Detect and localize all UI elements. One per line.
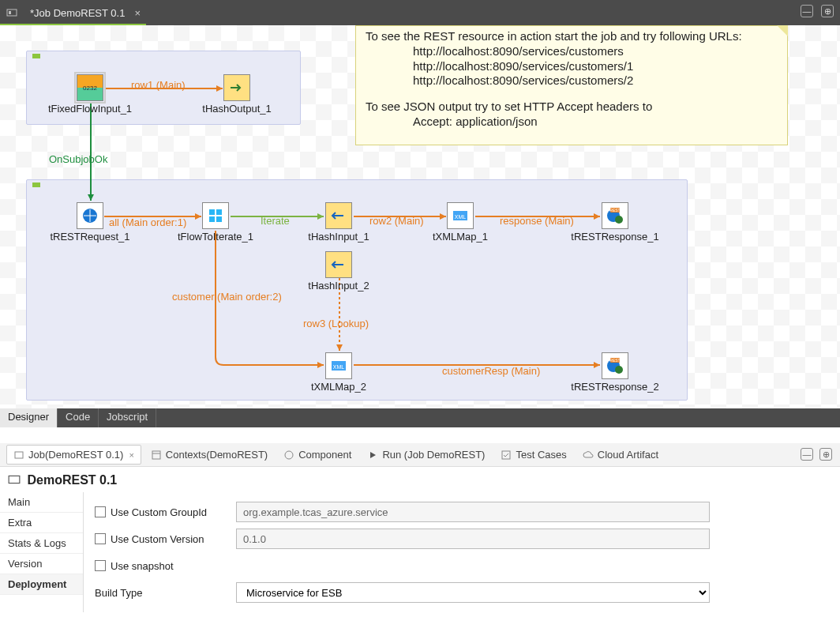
view-label: Cloud Artifact	[598, 449, 658, 461]
tab-designer[interactable]: Designer	[0, 408, 58, 427]
svg-rect-0	[7, 9, 17, 16]
svg-rect-42	[9, 476, 20, 483]
subjob-collapse-icon[interactable]	[32, 182, 40, 187]
use-snapshot-checkbox[interactable]: Use snapshot	[95, 560, 225, 572]
side-tab-main[interactable]: Main	[0, 492, 83, 513]
view-label: Contexts(DemoREST)	[166, 449, 268, 461]
component-tRESTResponse[interactable]: REST tRESTResponse_2	[602, 352, 628, 379]
component-tHashInput[interactable]: tHashInput_2	[325, 251, 352, 278]
svg-text:XML: XML	[333, 364, 345, 370]
minimize-button[interactable]: —	[801, 5, 813, 17]
note-line: To see JSON output try to set HTTP Accep…	[366, 100, 778, 115]
svg-marker-40	[370, 452, 376, 458]
edge-label-response: response (Main)	[500, 215, 574, 227]
edge-label-row1: row1 (Main)	[131, 79, 186, 91]
component-tHashInput[interactable]: tHashInput_1	[325, 202, 352, 229]
run-icon	[367, 450, 378, 461]
view-contexts[interactable]: Contexts(DemoREST)	[144, 446, 274, 464]
view-component[interactable]: Component	[277, 446, 358, 464]
svg-rect-23	[216, 216, 222, 222]
svg-rect-36	[15, 452, 23, 458]
component-icon	[283, 450, 294, 461]
note-line: http://localhost:8090/services/customers…	[366, 73, 778, 88]
svg-text:REST: REST	[609, 358, 620, 363]
cloud-icon	[583, 450, 594, 461]
component-label: tHashInput_2	[308, 280, 369, 292]
note-line: http://localhost:8090/services/customers	[366, 44, 778, 59]
editor-tab-title[interactable]: *Job DemoREST 0.1	[22, 4, 133, 22]
checkbox-icon	[95, 560, 106, 571]
maximize-button[interactable]: ⊕	[821, 5, 834, 17]
checkbox-icon	[95, 533, 106, 544]
checkbox-label: Use snapshot	[111, 560, 174, 572]
version-field[interactable]	[236, 529, 710, 549]
side-tab-extra[interactable]: Extra	[0, 513, 83, 533]
view-label: Component	[298, 449, 351, 461]
property-sheet-title: DemoREST 0.1	[0, 467, 840, 492]
edge-label-onsubjobok: OnSubjobOk	[49, 153, 107, 165]
job-title-icon	[8, 473, 21, 486]
note-line: http://localhost:8090/services/customers…	[366, 59, 778, 74]
svg-rect-22	[209, 216, 215, 222]
side-tab-deployment[interactable]: Deployment	[0, 574, 83, 595]
checkbox-label: Use Custom Version	[111, 533, 204, 545]
view-testcases[interactable]: Test Cases	[494, 446, 572, 464]
note-fold-icon	[777, 25, 788, 36]
component-tFlowToIterate[interactable]: tFlowToIterate_1	[202, 202, 229, 229]
svg-point-27	[615, 216, 623, 224]
bottom-views-bar: Job(DemoREST 0.1) × Contexts(DemoREST) C…	[0, 443, 840, 467]
side-tab-version[interactable]: Version	[0, 554, 83, 574]
contexts-icon	[151, 450, 162, 461]
view-job[interactable]: Job(DemoREST 0.1) ×	[6, 445, 141, 465]
view-minimize-button[interactable]: —	[801, 448, 813, 461]
svg-rect-21	[216, 209, 222, 215]
edge-label-all: all (Main order:1)	[109, 216, 186, 228]
deployment-form: Use Custom GroupId Use Custom Version Us…	[84, 492, 840, 612]
edge-label-customer: customer (Main order:2)	[172, 291, 282, 303]
component-tXMLMap[interactable]: XML tXMLMap_1	[447, 202, 474, 229]
groupid-field[interactable]	[236, 502, 710, 522]
editor-tab-close-icon[interactable]: ×	[134, 7, 141, 19]
edge-label-customerResp: customerResp (Main)	[442, 365, 540, 377]
component-label: tRESTResponse_2	[571, 381, 658, 393]
view-run[interactable]: Run (Job DemoREST)	[361, 446, 491, 464]
component-tXMLMap[interactable]: XML tXMLMap_2	[325, 352, 352, 379]
component-tRESTResponse[interactable]: REST tRESTResponse_1	[602, 202, 628, 229]
svg-rect-37	[152, 451, 160, 459]
view-close-icon[interactable]: ×	[129, 450, 133, 460]
editor-mode-tabs: Designer Code Jobscript	[0, 408, 840, 427]
component-tHashOutput[interactable]: tHashOutput_1	[223, 74, 250, 101]
property-side-tabs: Main Extra Stats & Logs Version Deployme…	[0, 492, 84, 612]
svg-rect-20	[209, 209, 215, 215]
svg-rect-1	[9, 11, 11, 14]
component-label: tRESTResponse_1	[571, 231, 658, 243]
use-custom-version-checkbox[interactable]: Use Custom Version	[95, 533, 225, 545]
tab-jobscript[interactable]: Jobscript	[99, 408, 156, 427]
sticky-note[interactable]: To see the REST resource in action start…	[355, 25, 788, 145]
edge-label-row3: row3 (Lookup)	[303, 318, 369, 329]
view-label: Test Cases	[516, 449, 566, 461]
component-label: tXMLMap_1	[433, 231, 488, 243]
view-maximize-button[interactable]: ⊕	[819, 448, 832, 461]
component-label: tHashOutput_1	[202, 103, 271, 115]
edge-label-row2: row2 (Main)	[369, 215, 424, 227]
svg-text:REST: REST	[609, 208, 620, 213]
svg-point-33	[615, 366, 623, 374]
view-label: Job(DemoREST 0.1)	[28, 449, 123, 461]
component-tFixedFlowInput[interactable]: 0232 tFixedFlowInput_1	[77, 74, 103, 101]
edge-label-iterate: Iterate	[261, 215, 290, 227]
use-custom-groupid-checkbox[interactable]: Use Custom GroupId	[95, 506, 225, 518]
subjob-collapse-icon[interactable]	[32, 54, 40, 58]
view-label: Run (Job DemoREST)	[382, 449, 485, 461]
testcases-icon	[501, 450, 512, 461]
view-cloud-artifact[interactable]: Cloud Artifact	[576, 446, 665, 464]
component-tRESTRequest[interactable]: tRESTRequest_1	[77, 202, 103, 229]
tab-code[interactable]: Code	[58, 408, 99, 427]
component-label: tXMLMap_2	[311, 381, 366, 393]
build-type-select[interactable]: Microservice for ESB	[236, 582, 710, 603]
checkbox-label: Use Custom GroupId	[111, 506, 207, 518]
designer-canvas[interactable]: To see the REST resource in action start…	[0, 25, 840, 408]
checkbox-icon	[95, 506, 106, 517]
note-line: To see the REST resource in action start…	[366, 29, 778, 44]
side-tab-stats[interactable]: Stats & Logs	[0, 533, 83, 554]
